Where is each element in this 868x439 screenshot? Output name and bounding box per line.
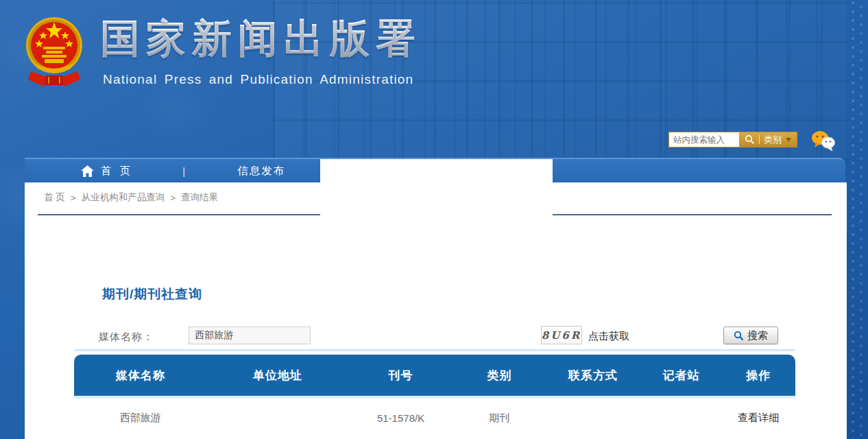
chevron-down-icon[interactable] bbox=[786, 138, 791, 142]
breadcrumb-home[interactable]: 首 页 bbox=[44, 191, 65, 204]
blank-dropdown-panel bbox=[320, 159, 553, 225]
search-icon bbox=[734, 331, 744, 341]
cell-category: 期刊 bbox=[453, 412, 545, 425]
nav-item-info[interactable]: 信息发布 bbox=[237, 164, 285, 178]
captcha-refresh-link[interactable]: 点击获取 bbox=[588, 330, 629, 343]
media-name-label: 媒体名称： bbox=[99, 331, 154, 344]
site-search-controls[interactable]: 类别 bbox=[739, 132, 797, 147]
search-button-label: 搜索 bbox=[747, 329, 768, 342]
col-header-media-name: 媒体名称 bbox=[74, 368, 207, 383]
col-header-action: 操作 bbox=[722, 368, 795, 383]
nav-item-home[interactable]: 首 页 bbox=[81, 164, 133, 178]
nav-home-label[interactable]: 首 页 bbox=[101, 164, 133, 178]
site-title: 国家新闻出版署 bbox=[100, 16, 422, 60]
col-header-contact: 联系方式 bbox=[545, 368, 641, 383]
breadcrumb: 首 页 > 从业机构和产品查询 > 查询结果 bbox=[44, 191, 218, 204]
view-details-label[interactable]: 查看详细 bbox=[738, 412, 779, 423]
search-icon[interactable] bbox=[745, 134, 755, 145]
col-header-category: 类别 bbox=[453, 368, 545, 383]
page-title: 期刊/期刊社查询 bbox=[102, 285, 202, 303]
view-details-link[interactable]: 查看详细 bbox=[722, 412, 795, 425]
col-header-reporter-station: 记者站 bbox=[641, 368, 722, 383]
home-icon bbox=[81, 165, 94, 177]
table-row: 西部旅游 51-1578/K 期刊 查看详细 bbox=[74, 399, 795, 437]
background-binary-strip bbox=[847, 0, 868, 439]
search-button[interactable]: 搜索 bbox=[723, 327, 778, 344]
site-subtitle: National Press and Publication Administr… bbox=[103, 72, 413, 87]
results-table: 媒体名称 单位地址 刊号 类别 联系方式 记者站 操作 西部旅游 51-1578… bbox=[74, 355, 795, 437]
breadcrumb-separator: > bbox=[170, 193, 176, 203]
captcha-image[interactable]: 8U6R bbox=[541, 326, 582, 344]
table-top-accent bbox=[74, 349, 795, 351]
site-search-input[interactable] bbox=[669, 132, 739, 147]
breadcrumb-query[interactable]: 从业机构和产品查询 bbox=[82, 191, 165, 204]
search-divider bbox=[759, 135, 760, 144]
national-emblem-logo bbox=[25, 14, 83, 89]
category-dropdown-label[interactable]: 类别 bbox=[764, 134, 782, 146]
table-header-row: 媒体名称 单位地址 刊号 类别 联系方式 记者站 操作 bbox=[74, 355, 795, 396]
col-header-address: 单位地址 bbox=[207, 368, 348, 383]
wechat-icon[interactable] bbox=[811, 130, 836, 152]
col-header-issue-number: 刊号 bbox=[348, 368, 454, 383]
breadcrumb-separator: > bbox=[71, 193, 76, 203]
breadcrumb-current: 查询结果 bbox=[181, 191, 218, 204]
nav-divider: | bbox=[182, 165, 185, 177]
site-search: 类别 bbox=[668, 132, 797, 147]
cell-issue-number: 51-1578/K bbox=[348, 412, 454, 424]
media-name-input[interactable] bbox=[189, 327, 311, 344]
cell-media-name: 西部旅游 bbox=[74, 412, 207, 425]
page: 国家新闻出版署 National Press and Publication A… bbox=[0, 0, 868, 439]
